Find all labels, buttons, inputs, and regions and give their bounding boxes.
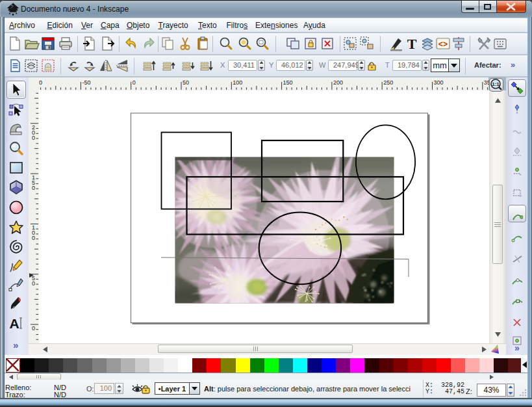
svg-text:<>: <> [438, 40, 448, 49]
svg-text:100: 100 [233, 79, 242, 86]
svg-text:1:1: 1:1 [492, 81, 500, 87]
svg-text:0: 0 [32, 135, 35, 141]
svg-text:200: 200 [333, 79, 343, 86]
svg-text:T: T [407, 36, 417, 51]
svg-text:150: 150 [283, 79, 293, 86]
svg-text:0: 0 [32, 325, 35, 332]
svg-text:0: 0 [32, 280, 35, 287]
svg-text:50: 50 [183, 79, 189, 86]
svg-text:0: 0 [39, 79, 42, 86]
svg-text:-50: -50 [82, 79, 90, 86]
svg-text:250: 250 [383, 79, 393, 86]
svg-text:300: 300 [434, 79, 444, 86]
svg-text:0: 0 [133, 79, 136, 86]
svg-text:A: A [9, 316, 19, 331]
svg-text:0: 0 [32, 185, 35, 191]
svg-text:0: 0 [32, 235, 35, 241]
